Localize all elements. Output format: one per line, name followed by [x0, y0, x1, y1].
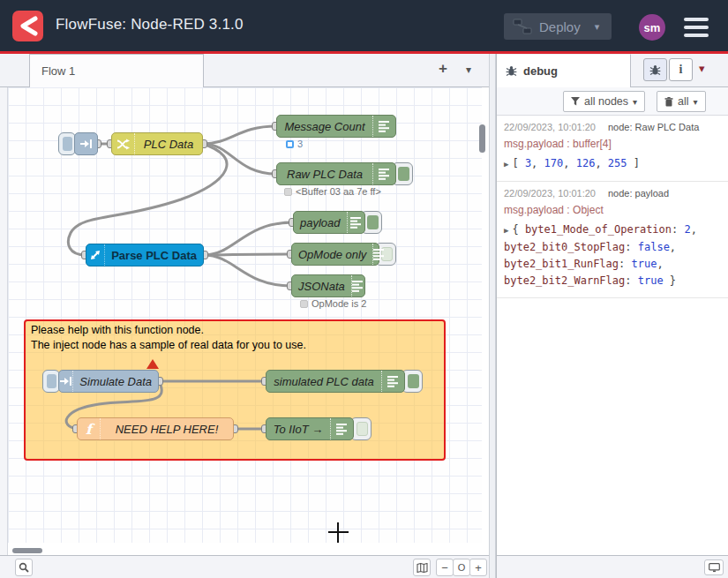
node-parse-plc-data[interactable]: Parse PLC Data — [86, 244, 204, 266]
filter-icon — [571, 97, 580, 106]
status-dot-blue — [286, 140, 294, 148]
json-number: 2 — [685, 223, 691, 236]
sidebar-splitter[interactable] — [489, 54, 496, 578]
node-message-count[interactable]: Message Count — [276, 115, 396, 138]
flow-list-caret-icon[interactable]: ▾ — [466, 64, 471, 76]
inject-button[interactable] — [42, 370, 60, 393]
message-source-node: node: payload — [608, 188, 669, 199]
expand-caret-icon[interactable]: ▶ — [504, 160, 508, 169]
status-text: <Buffer 03 aa 7e ff> — [296, 186, 381, 197]
node-simulate-data[interactable]: Simulate Data — [58, 370, 159, 393]
node-label: Simulate Data — [73, 375, 158, 388]
debug-message-list: 22/09/2023, 10:01:20node: Raw PLC Data m… — [497, 116, 728, 298]
json-punct: , — [657, 258, 663, 270]
clear-label: all — [678, 95, 689, 108]
inject-button[interactable] — [58, 132, 76, 155]
search-button[interactable] — [15, 559, 33, 576]
debug-icon — [351, 275, 364, 297]
node-label: Raw PLC Data — [277, 168, 372, 181]
json-punct: , — [691, 223, 697, 236]
tab-debug[interactable]: debug — [497, 54, 631, 87]
expand-caret-icon[interactable]: ▶ — [504, 226, 508, 235]
message-timestamp: 22/09/2023, 10:01:20 — [504, 188, 596, 199]
user-avatar[interactable]: sm — [639, 14, 665, 41]
debug-icon — [372, 163, 395, 184]
deploy-button[interactable]: Deploy ▾ — [504, 13, 612, 40]
node-payload[interactable]: payload — [293, 211, 365, 234]
deploy-label: Deploy — [539, 19, 581, 34]
node-label: payload — [294, 216, 347, 229]
json-number: 170 — [544, 157, 564, 169]
node-status: OpMode is 2 — [300, 298, 366, 309]
monitor-icon — [709, 563, 720, 573]
debug-icon — [330, 418, 353, 439]
error-triangle-icon — [146, 359, 159, 369]
node-inject-plc[interactable] — [74, 132, 98, 155]
debug-toolbar: all nodes ▾ all ▾ — [497, 87, 728, 116]
node-simulated-plc-data[interactable]: simulated PLC data — [266, 370, 405, 393]
node-plc-data[interactable]: PLC Data — [111, 132, 203, 155]
node-label: JSONata — [292, 280, 351, 293]
json-punct: , — [670, 241, 676, 253]
app-title: FlowFuse: Node-RED 3.1.0 — [56, 16, 244, 34]
inject-arrow-icon — [59, 371, 73, 392]
node-to-iiot[interactable]: To IIoT → — [266, 417, 354, 440]
json-punct: } — [664, 274, 676, 287]
sidebar-collapse-caret-icon[interactable]: ▾ — [699, 62, 705, 75]
zoom-reset-button[interactable]: O — [453, 559, 470, 576]
json-punct: : — [619, 258, 631, 270]
zoom-in-button[interactable]: + — [469, 559, 487, 576]
canvas-footer: − O + — [0, 555, 489, 578]
json-boolean: false — [638, 241, 670, 253]
deploy-icon — [511, 18, 534, 35]
json-key: byte2_bit1_RunFlag — [504, 258, 619, 270]
debug-panel-button[interactable] — [643, 58, 667, 81]
add-flow-button[interactable]: + — [439, 60, 447, 78]
main-menu-icon[interactable] — [684, 18, 709, 37]
node-status: 3 — [286, 139, 303, 149]
header-bar: FlowFuse: Node-RED 3.1.0 Deploy ▾ sm — [0, 0, 728, 51]
group-label-line1: Please help with this function node. — [31, 324, 444, 336]
json-number: 255 — [608, 157, 627, 169]
node-opmode-only[interactable]: OpMode only — [291, 243, 379, 266]
json-punct: : — [625, 274, 637, 287]
zoom-out-button[interactable]: − — [436, 559, 454, 576]
json-punct: , — [531, 157, 544, 169]
node-label: Message Count — [277, 120, 372, 133]
node-jsonata[interactable]: JSONata — [291, 274, 365, 297]
filter-nodes-button[interactable]: all nodes ▾ — [563, 91, 645, 112]
wire[interactable] — [204, 254, 291, 255]
function-icon: f — [78, 418, 101, 439]
deploy-menu-caret-icon[interactable]: ▾ — [595, 21, 600, 33]
tab-flow-1[interactable]: Flow 1 — [29, 54, 204, 87]
flow-tab-label: Flow 1 — [41, 64, 75, 78]
filter-label: all nodes — [584, 95, 628, 108]
map-icon — [417, 563, 428, 573]
open-in-window-button[interactable] — [704, 559, 724, 575]
message-meta: msg.payload : buffer[4] — [504, 138, 722, 150]
node-label: OpMode only — [292, 248, 372, 261]
clear-messages-button[interactable]: all ▾ — [657, 91, 706, 112]
message-meta: msg.payload : Object — [504, 204, 722, 216]
message-payload: ▶{ byte1_Mode_of_Operation: 2, byte2_bit… — [504, 221, 722, 289]
status-dot — [300, 300, 308, 308]
flow-canvas[interactable] — [8, 87, 482, 543]
node-label: simulated PLC data — [266, 375, 381, 388]
node-red-window: FlowFuse: Node-RED 3.1.0 Deploy ▾ sm Flo… — [0, 0, 728, 578]
json-punct: [ — [512, 157, 524, 169]
debug-sidebar: debug i all nodes ▾ all ▾ 22/09/2023, 10… — [496, 54, 728, 578]
node-raw-plc-data[interactable]: Raw PLC Data — [276, 162, 396, 185]
shuffle-icon — [112, 133, 135, 154]
inject-arrow-icon — [75, 133, 97, 154]
node-need-help[interactable]: f NEED HELP HERE! — [77, 417, 234, 440]
json-boolean: true — [632, 258, 657, 270]
navigator-button[interactable] — [413, 559, 431, 576]
info-panel-button[interactable]: i — [669, 58, 693, 81]
status-text: OpMode is 2 — [311, 298, 366, 309]
crosshair-cursor — [328, 531, 349, 533]
canvas-horizontal-scrollbar[interactable] — [12, 548, 42, 553]
canvas-vertical-scrollbar[interactable] — [479, 124, 485, 153]
bug-icon — [649, 64, 661, 76]
json-key: byte2_bit2_WarnFlag — [504, 274, 625, 287]
status-text: 3 — [297, 139, 303, 149]
